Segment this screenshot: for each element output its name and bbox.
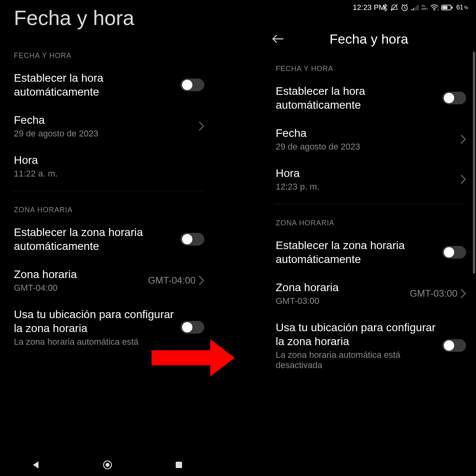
tz-label: Zona horaria	[14, 267, 142, 281]
section-header-timezone: ZONA HORARIA	[0, 196, 214, 218]
toggle-auto-time[interactable]	[180, 79, 204, 91]
row-timezone[interactable]: Zona horaria GMT-04:00 GMT-04:00	[0, 260, 214, 300]
time-label: Hora	[14, 153, 204, 167]
svg-rect-14	[451, 6, 453, 9]
date-value: 29 de agosto de 2023	[14, 129, 193, 139]
toggle-auto-timezone[interactable]	[442, 246, 466, 259]
signal-icon	[411, 4, 419, 11]
svg-rect-2	[176, 462, 182, 468]
svg-rect-6	[413, 8, 414, 10]
row-auto-timezone[interactable]: Establecer la zona horaria automáticamen…	[0, 218, 214, 260]
row-time[interactable]: Hora 11:22 a. m.	[0, 146, 214, 186]
row-location-timezone[interactable]: Usa tu ubicación para configurar la zona…	[262, 313, 476, 378]
toggle-location-timezone[interactable]	[180, 321, 204, 334]
app-bar: Fecha y hora	[262, 15, 476, 55]
nav-home-icon[interactable]	[102, 459, 113, 470]
page-title: Fecha y hora	[294, 31, 444, 47]
toggle-location-timezone[interactable]	[442, 339, 466, 352]
status-clock: 12:23 PM	[353, 3, 385, 12]
tz-label: Zona horaria	[276, 280, 404, 294]
auto-time-label: Establecer la hora automáticamente	[14, 71, 175, 99]
toggle-auto-timezone[interactable]	[180, 233, 204, 246]
status-bar: 12:23 PM VoWiFi 6 61%	[262, 0, 476, 15]
phone-right: 12:23 PM VoWiFi 6 61% Fecha y hora FECHA…	[262, 0, 476, 476]
tz-sub: GMT-03:00	[276, 296, 404, 306]
time-label: Hora	[276, 166, 455, 180]
battery-percent: 61%	[456, 4, 468, 11]
loc-tz-sub: La zona horaria automática está desactiv…	[276, 350, 437, 370]
auto-time-label: Establecer la hora automáticamente	[276, 84, 437, 112]
svg-rect-7	[415, 7, 416, 10]
svg-point-1	[106, 463, 109, 467]
alarm-icon	[401, 4, 409, 12]
loc-tz-sub: La zona horaria automática está	[14, 337, 175, 347]
svg-rect-8	[416, 6, 417, 10]
battery-icon	[441, 4, 453, 11]
loc-tz-label: Usa tu ubicación para configurar la zona…	[14, 307, 175, 335]
chevron-right-icon	[199, 121, 204, 131]
svg-text:6: 6	[438, 8, 439, 11]
date-label: Fecha	[14, 113, 193, 127]
row-location-timezone[interactable]: Usa tu ubicación para configurar la zona…	[0, 300, 214, 347]
auto-tz-label: Establecer la zona horaria automáticamen…	[276, 238, 437, 266]
loc-tz-label: Usa tu ubicación para configurar la zona…	[276, 321, 437, 348]
date-value: 29 de agosto de 2023	[276, 142, 455, 152]
tz-sub: GMT-04:00	[14, 283, 142, 293]
mute-icon	[390, 4, 398, 12]
time-value: 11:22 a. m.	[14, 169, 204, 179]
chevron-right-icon	[461, 175, 466, 184]
row-timezone[interactable]: Zona horaria GMT-03:00 GMT-03:00	[262, 273, 476, 313]
time-value: 12:23 p. m.	[276, 182, 455, 192]
divider	[274, 204, 464, 204]
tz-trail-value: GMT-04:00	[148, 275, 196, 286]
divider	[12, 191, 202, 191]
svg-rect-5	[411, 9, 413, 10]
row-date[interactable]: Fecha 29 de agosto de 2023	[262, 119, 476, 159]
chevron-right-icon	[199, 276, 204, 285]
android-nav-bar	[0, 454, 214, 476]
row-auto-time[interactable]: Establecer la hora automáticamente	[0, 64, 214, 106]
chevron-right-icon	[461, 134, 466, 144]
chevron-right-icon	[461, 289, 466, 298]
svg-rect-9	[418, 5, 419, 10]
nav-recents-icon[interactable]	[174, 460, 184, 470]
svg-rect-13	[442, 6, 447, 9]
row-time[interactable]: Hora 12:23 p. m.	[262, 159, 476, 199]
scrollbar[interactable]	[473, 52, 475, 274]
wifi-icon: 6	[430, 4, 439, 11]
section-header-timezone: ZONA HORARIA	[262, 209, 476, 231]
row-auto-time[interactable]: Establecer la hora automáticamente	[262, 77, 476, 119]
row-date[interactable]: Fecha 29 de agosto de 2023	[0, 106, 214, 146]
section-header-datetime: FECHA Y HORA	[262, 55, 476, 77]
auto-tz-label: Establecer la zona horaria automáticamen…	[14, 225, 175, 253]
vowifi-icon: VoWiFi	[421, 4, 428, 11]
svg-point-10	[434, 10, 435, 11]
tz-trail-value: GMT-03:00	[410, 288, 457, 299]
date-label: Fecha	[276, 126, 455, 140]
back-button[interactable]	[270, 31, 286, 47]
phone-left: Fecha y hora FECHA Y HORA Establecer la …	[0, 0, 214, 476]
nav-back-icon[interactable]	[31, 460, 41, 470]
page-title: Fecha y hora	[0, 0, 214, 42]
row-auto-timezone[interactable]: Establecer la zona horaria automáticamen…	[262, 231, 476, 273]
toggle-auto-time[interactable]	[442, 92, 466, 104]
section-header-datetime: FECHA Y HORA	[0, 42, 214, 64]
